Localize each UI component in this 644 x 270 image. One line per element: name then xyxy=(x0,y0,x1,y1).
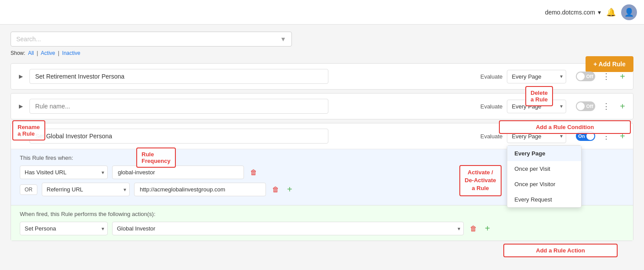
evaluate-dropdown-popup: Every Page Once per Visit Once per Visit… xyxy=(507,145,582,208)
delete-action-icon[interactable]: 🗑 xyxy=(468,223,479,234)
filter-icon[interactable]: ▼ xyxy=(280,36,286,43)
delete-condition-icon[interactable]: 🗑 xyxy=(248,167,259,178)
evaluate-select-wrapper: Every Page Once per Visit Once per Visit… xyxy=(507,130,566,143)
more-options-button[interactable]: ⋮ xyxy=(600,130,613,143)
action-type-wrapper: Set Persona xyxy=(20,222,108,235)
page-wrapper: demo.dotcms.com ▾ 🔔 👤 Search... ▼ Show: … xyxy=(0,0,644,270)
evaluate-label: Evaluate xyxy=(480,133,503,140)
toggle-label: Off xyxy=(586,104,593,109)
search-input[interactable]: Search... ▼ xyxy=(11,32,292,47)
filter-all[interactable]: All xyxy=(28,50,34,56)
search-placeholder: Search... xyxy=(16,36,41,43)
add-condition-button[interactable]: + xyxy=(617,130,628,143)
condition-type-select[interactable]: Has Visited URL Referring URL Request Pa… xyxy=(42,183,130,196)
rule-toggle[interactable]: Off xyxy=(576,101,595,111)
add-condition-button[interactable]: + xyxy=(617,100,628,113)
toggle-knob xyxy=(577,72,585,80)
rule-name-input[interactable] xyxy=(29,129,328,144)
dropdown-option-every-request[interactable]: Every Request xyxy=(507,192,581,207)
add-action-green-button[interactable]: + xyxy=(483,222,492,235)
filter-inactive[interactable]: Inactive xyxy=(62,50,80,56)
condition-value-input[interactable] xyxy=(112,166,244,179)
evaluate-select-wrapper: Every Page Once per Visit Once per Visit… xyxy=(507,70,566,83)
toggle-switch-off[interactable]: Off xyxy=(576,101,595,111)
toggle-label-on: On xyxy=(578,133,585,139)
rule-name-input[interactable] xyxy=(29,99,328,114)
rule-row-expanded: ▼ Evaluate Every Page Once per Visit Onc… xyxy=(11,123,633,241)
rule-header: ▼ Evaluate Every Page Once per Visit Onc… xyxy=(11,123,633,149)
rule-toggle[interactable]: Off xyxy=(576,72,595,81)
rule-toggle[interactable]: On xyxy=(576,131,595,141)
domain-label: demo.dotcms.com xyxy=(545,9,595,16)
condition-type-select[interactable]: Has Visited URL Referring URL Request Pa… xyxy=(20,166,108,179)
notifications-icon[interactable]: 🔔 xyxy=(606,7,616,17)
action-value-select[interactable]: Global Investor xyxy=(112,222,464,235)
rule-header: ▶ Evaluate Every Page Once per Visit Onc… xyxy=(11,94,633,119)
action-value-wrapper: Global Investor xyxy=(112,222,464,235)
evaluate-select[interactable]: Every Page Once per Visit Once per Visit… xyxy=(507,100,566,113)
show-filter: Show: All | Active | Inactive xyxy=(11,50,633,56)
show-label: Show: xyxy=(11,50,25,56)
condition-type-wrapper: Has Visited URL Referring URL Request Pa… xyxy=(20,166,108,179)
actions-title: When fired, this Rule performs the follo… xyxy=(20,211,624,217)
evaluate-label: Evaluate xyxy=(480,103,503,110)
or-connector-badge: OR xyxy=(20,184,37,195)
add-condition-green-button[interactable]: + xyxy=(285,183,294,196)
evaluate-select[interactable]: Every Page Once per Visit Once per Visit… xyxy=(507,70,566,83)
rule-row: ▶ Evaluate Every Page Once per Visit Onc… xyxy=(11,93,633,119)
dropdown-option-once-visitor[interactable]: Once per Visitor xyxy=(507,176,581,192)
action-row: Set Persona Global Investor 🗑 + xyxy=(20,222,624,235)
action-type-select[interactable]: Set Persona xyxy=(20,222,108,235)
domain-selector[interactable]: demo.dotcms.com ▾ xyxy=(545,9,601,16)
evaluate-select-wrapper: Every Page Once per Visit Once per Visit… xyxy=(507,100,566,113)
delete-condition-icon[interactable]: 🗑 xyxy=(270,184,281,195)
dropdown-option-once-visit[interactable]: Once per Visit xyxy=(507,161,581,176)
rule-expand-button[interactable]: ▶ xyxy=(16,73,25,79)
domain-chevron: ▾ xyxy=(598,9,601,16)
add-rule-button[interactable]: + Add Rule xyxy=(586,56,633,72)
rule-header: ▶ Evaluate Every Page Once per Visit Onc… xyxy=(11,64,633,89)
toggle-switch-on[interactable]: On xyxy=(576,131,595,141)
actions-section: When fired, this Rule performs the follo… xyxy=(11,205,633,241)
condition-type-wrapper: Has Visited URL Referring URL Request Pa… xyxy=(42,183,130,196)
toggle-switch-off[interactable]: Off xyxy=(576,72,595,81)
main-content: Search... ▼ Show: All | Active | Inactiv… xyxy=(0,25,644,252)
rule-row: ▶ Evaluate Every Page Once per Visit Onc… xyxy=(11,63,633,90)
dropdown-option-every-page[interactable]: Every Page xyxy=(507,146,581,161)
condition-value-input[interactable] xyxy=(134,183,266,196)
annotation-box-action: Add a Rule Action xyxy=(503,244,618,257)
rules-container: ▶ Evaluate Every Page Once per Visit Onc… xyxy=(11,63,633,245)
filter-active[interactable]: Active xyxy=(41,50,55,56)
toggle-label: Off xyxy=(586,74,593,79)
toggle-knob xyxy=(577,102,585,110)
avatar[interactable]: 👤 xyxy=(621,4,637,20)
evaluate-select[interactable]: Every Page Once per Visit Once per Visit… xyxy=(507,130,566,143)
toggle-knob xyxy=(586,132,594,140)
more-options-button[interactable]: ⋮ xyxy=(600,100,613,113)
top-bar: demo.dotcms.com ▾ 🔔 👤 xyxy=(0,0,644,25)
search-bar-row: Search... ▼ xyxy=(11,32,633,47)
evaluate-label: Evaluate xyxy=(480,73,503,80)
rule-name-input[interactable] xyxy=(29,69,328,84)
rule-expand-button[interactable]: ▶ xyxy=(16,103,25,109)
rule-expand-button[interactable]: ▼ xyxy=(16,133,25,139)
